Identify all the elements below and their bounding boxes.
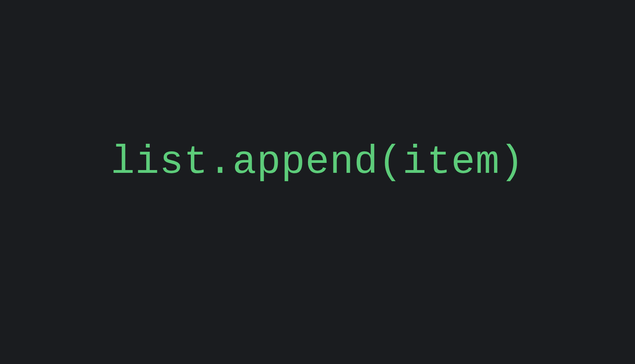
code-snippet: list.append(item) [111, 140, 524, 185]
